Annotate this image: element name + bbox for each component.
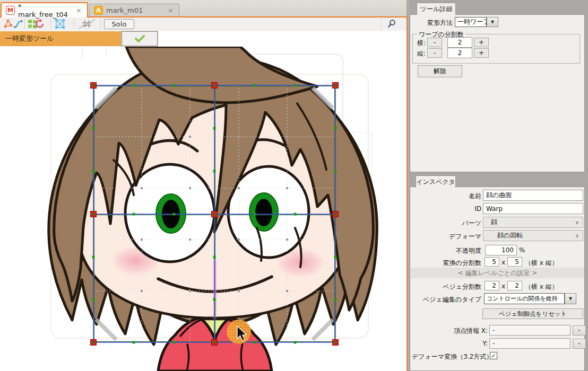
deformer-convert-checkbox[interactable]: ✓ xyxy=(490,352,497,359)
bezier-edit-type-select[interactable]: コントロールの関係を維持 xyxy=(484,293,565,304)
v-plus-button[interactable]: + xyxy=(474,48,489,58)
division-suffix: （横 x 縦） xyxy=(525,282,558,292)
conversion-div-x-input[interactable] xyxy=(485,257,499,267)
toolbar-separator xyxy=(381,19,382,29)
animation-file-icon: A xyxy=(94,6,103,15)
v-minus-button[interactable]: - xyxy=(427,48,442,58)
mesh-tool-icon[interactable] xyxy=(3,19,13,29)
document-tabbar: M * mark_free_t04 × A mark_m01 × xyxy=(0,0,407,16)
transform-method-label: 変形方法 xyxy=(410,19,453,28)
tab-mark-m01[interactable]: A mark_m01 × xyxy=(89,4,179,16)
vertex-y-option-button[interactable]: • xyxy=(573,339,586,349)
v-division-input[interactable] xyxy=(447,48,472,58)
right-panel: ツール詳細 変形方法 一時ワープ ▼ ワープの分割数 横: - + 縦: - +… xyxy=(409,0,588,371)
checkmark-icon xyxy=(132,33,148,44)
vertex-x-input[interactable] xyxy=(489,325,570,335)
toolbar-separator xyxy=(50,19,51,29)
vertical-label: 縦: xyxy=(417,49,426,58)
grid-disabled-icon[interactable] xyxy=(77,19,97,29)
deformer-value: 顔の回転 xyxy=(497,231,523,240)
parts-select[interactable]: 顔 ∨ xyxy=(483,217,583,228)
vertex-info-y-label: Y: xyxy=(410,340,488,347)
chevron-down-icon: ∨ xyxy=(575,219,579,225)
reset-bezier-control-points-button[interactable]: ベジェ制御点をリセット xyxy=(482,308,583,319)
times-label: x xyxy=(501,282,505,290)
id-input[interactable] xyxy=(483,203,583,214)
release-button[interactable]: 解除 xyxy=(418,65,462,77)
opacity-unit: % xyxy=(519,246,525,254)
tab-inspector[interactable]: インスペクタ xyxy=(416,175,456,188)
transform-box-icon[interactable] xyxy=(55,19,65,29)
warp-division-group: ワープの分割数 横: - + 縦: - + xyxy=(412,34,580,64)
bezier-div-y-input[interactable] xyxy=(507,281,522,290)
model-canvas[interactable]: 一時変形ツール xyxy=(0,31,407,371)
h-minus-button[interactable]: - xyxy=(427,38,442,47)
model-file-icon: M xyxy=(6,6,15,15)
name-input[interactable] xyxy=(483,190,583,201)
chevron-down-icon: ▼ xyxy=(491,20,494,24)
conversion-div-y-input[interactable] xyxy=(507,257,522,267)
curve-tool-icon[interactable] xyxy=(13,19,24,29)
rotate-icon[interactable] xyxy=(34,19,45,29)
bezier-edit-type-label: ベジェ編集のタイプ xyxy=(410,295,481,304)
id-label: ID xyxy=(410,205,481,213)
magnifier-icon[interactable] xyxy=(386,19,397,29)
h-plus-button[interactable]: + xyxy=(474,38,489,47)
bezier-division-label: ベジェ分割数 xyxy=(410,282,481,292)
apply-transform-button[interactable] xyxy=(122,31,158,46)
tab-mark-free-t04[interactable]: M * mark_free_t04 × xyxy=(1,2,88,17)
toolbar-separator xyxy=(100,19,101,29)
vertex-x-option-button[interactable]: • xyxy=(573,325,586,335)
bezier-edit-type-dropdown-button[interactable]: ▼ xyxy=(565,293,576,304)
deformer-label: デフォーマ xyxy=(410,232,481,241)
canvas-scene xyxy=(0,47,407,371)
h-division-input[interactable] xyxy=(447,37,472,48)
solo-button[interactable]: Solo xyxy=(104,19,134,29)
vertex-y-input[interactable] xyxy=(489,338,570,349)
vertex-info-x-label: 頂点情報 X: xyxy=(410,326,488,335)
canvas-toolbar: Solo xyxy=(0,17,407,31)
deformer-select[interactable]: 顔の回転 ∨ xyxy=(483,230,583,241)
parts-label: パーツ xyxy=(410,219,481,228)
close-icon[interactable]: × xyxy=(75,6,83,14)
application-window: M * mark_free_t04 × A mark_m01 × xyxy=(0,0,588,371)
horizontal-label: 横: xyxy=(417,39,426,48)
inspector-panel: 名前 ID パーツ 顔 ∨ デフォーマ 顔の回転 ∨ 不透明度 % 変換の分割数… xyxy=(410,187,585,371)
tool-mode-banner: 一時変形ツール xyxy=(0,31,121,46)
tool-details-panel: 変形方法 一時ワープ ▼ ワープの分割数 横: - + 縦: - + 解除 xyxy=(410,14,585,172)
division-suffix: （横 x 縦） xyxy=(525,259,558,268)
times-label: x xyxy=(501,259,505,266)
tab-title: * mark_free_t04 xyxy=(18,3,72,19)
deformer-convert-label: デフォーマ変換（3.2方式） xyxy=(412,352,492,361)
chevron-down-icon: ▼ xyxy=(569,296,572,301)
transform-method-select[interactable]: 一時ワープ xyxy=(455,17,487,27)
tab-title: mark_m01 xyxy=(106,6,163,14)
transform-method-dropdown-button[interactable]: ▼ xyxy=(487,17,498,27)
bezier-div-x-input[interactable] xyxy=(485,281,499,290)
conversion-division-label: 変換の分割数 xyxy=(410,259,481,268)
chevron-down-icon: ∨ xyxy=(575,233,579,238)
tab-tool-details[interactable]: ツール詳細 xyxy=(417,3,456,15)
opacity-label: 不透明度 xyxy=(410,246,481,255)
pupil-right xyxy=(255,199,272,226)
edit-level-section-header: < 編集レベルごとの設定 > xyxy=(411,268,584,278)
toolbar-separator xyxy=(24,19,25,29)
parts-value: 顔 xyxy=(491,218,497,227)
opacity-input[interactable] xyxy=(485,245,517,255)
toolbar-separator xyxy=(74,19,74,29)
close-icon[interactable]: × xyxy=(167,6,175,14)
name-label: 名前 xyxy=(410,192,481,201)
